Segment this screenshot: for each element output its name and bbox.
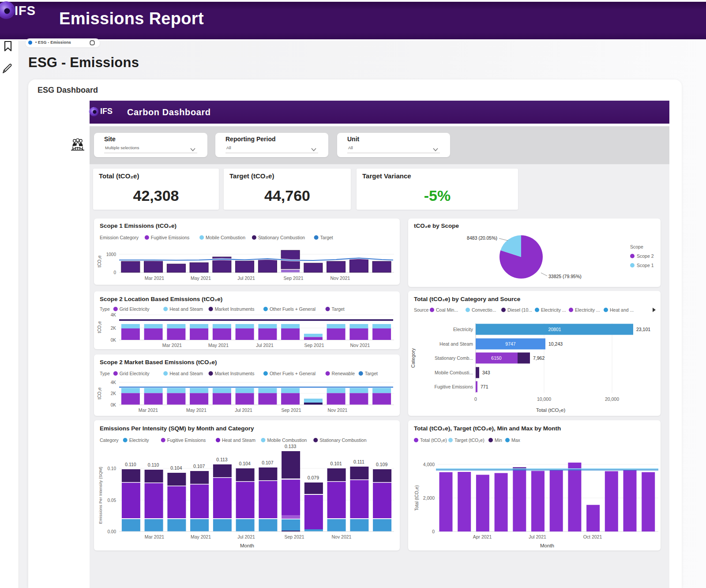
svg-text:Mobile Combustion: Mobile Combustion (206, 235, 245, 240)
svg-text:0: 0 (474, 396, 477, 402)
svg-text:23,101: 23,101 (636, 327, 650, 332)
svg-text:Grid Electricity: Grid Electricity (120, 306, 150, 312)
svg-text:Mar 2021: Mar 2021 (162, 343, 182, 348)
svg-text:Total (tCO₂e) by Category and: Total (tCO₂e) by Category and Source (414, 296, 521, 302)
svg-text:Stationary Combustion: Stationary Combustion (258, 235, 305, 240)
svg-text:10,243: 10,243 (548, 341, 563, 347)
svg-text:Stationary Comb...: Stationary Comb... (435, 355, 473, 361)
svg-text:Nov 2021: Nov 2021 (350, 343, 370, 348)
svg-text:Other Fuels + General: Other Fuels + General (270, 371, 315, 376)
svg-text:Market Instruments: Market Instruments (215, 306, 255, 312)
svg-text:0: 0 (432, 529, 435, 534)
svg-text:1000: 1000 (106, 252, 116, 257)
svg-text:Stationary Combustion: Stationary Combustion (319, 437, 366, 443)
svg-text:Scope: Scope (630, 244, 643, 249)
svg-text:20,000: 20,000 (605, 396, 619, 402)
svg-text:Total (tCO₂e), Target (tCO₂e),: Total (tCO₂e), Target (tCO₂e), Min and M… (414, 425, 561, 432)
svg-text:Target: Target (320, 235, 333, 240)
svg-text:0.110: 0.110 (125, 462, 136, 467)
svg-text:Coal Min...: Coal Min... (436, 307, 458, 313)
svg-text:Heat and Steam: Heat and Steam (222, 437, 255, 443)
svg-text:Jul 2021: Jul 2021 (237, 275, 255, 281)
svg-text:2,000: 2,000 (423, 495, 435, 501)
svg-text:0.079: 0.079 (308, 475, 319, 480)
svg-text:Mar 2021: Mar 2021 (139, 407, 158, 413)
svg-text:4,000: 4,000 (423, 462, 435, 467)
svg-text:Mobile Combustion: Mobile Combustion (267, 437, 307, 443)
svg-text:Mobile Combusti...: Mobile Combusti... (435, 370, 473, 375)
svg-text:Nov 2021: Nov 2021 (330, 275, 350, 281)
svg-text:Diesel (10...: Diesel (10... (507, 307, 532, 313)
svg-text:Heat and Steam: Heat and Steam (169, 371, 203, 376)
svg-text:Market Instruments: Market Instruments (215, 371, 255, 376)
svg-text:0.133: 0.133 (285, 444, 296, 449)
svg-text:8483 (20.05%): 8483 (20.05%) (467, 235, 497, 241)
svg-text:Sep 2021: Sep 2021 (285, 534, 304, 539)
svg-text:Oct 2021: Oct 2021 (583, 534, 602, 539)
svg-text:Jul 2021: Jul 2021 (256, 343, 274, 348)
svg-text:0K: 0K (111, 338, 116, 343)
svg-text:Target: Target (332, 306, 345, 312)
svg-text:Scope 1: Scope 1 (637, 263, 654, 268)
svg-text:Month: Month (240, 543, 254, 548)
svg-text:6150: 6150 (491, 355, 502, 361)
svg-text:Heat and ...: Heat and ... (610, 307, 634, 313)
svg-text:0.109: 0.109 (376, 462, 387, 467)
svg-text:0: 0 (113, 270, 116, 275)
svg-text:Jul 2021: Jul 2021 (235, 407, 252, 413)
svg-text:Electricity: Electricity (453, 327, 473, 332)
svg-text:Sep 2021: Sep 2021 (282, 407, 301, 413)
svg-text:May 2021: May 2021 (186, 407, 207, 413)
svg-text:0.110: 0.110 (148, 462, 159, 467)
svg-text:tCO₂e by Scope: tCO₂e by Scope (414, 222, 459, 229)
svg-text:Electricity ...: Electricity ... (541, 307, 566, 313)
svg-text:0.05: 0.05 (108, 498, 116, 503)
svg-text:Category: Category (100, 437, 119, 443)
svg-text:Jul 2021: Jul 2021 (529, 534, 546, 539)
svg-text:0.111: 0.111 (353, 459, 364, 464)
svg-text:Scope 2 Market Based Emissions: Scope 2 Market Based Emissions (tCO₂e) (100, 359, 217, 366)
svg-text:Total (tCO₂e): Total (tCO₂e) (536, 407, 566, 413)
svg-text:Total (tCO₂e): Total (tCO₂e) (414, 485, 419, 511)
svg-text:0.104: 0.104 (239, 461, 250, 466)
svg-text:Month: Month (540, 543, 554, 548)
svg-text:Sep 2021: Sep 2021 (304, 343, 324, 348)
svg-text:4K: 4K (111, 380, 116, 385)
svg-text:Target (tCO₂e): Target (tCO₂e) (454, 437, 484, 443)
svg-text:Heat and Steam: Heat and Steam (169, 306, 203, 312)
svg-text:Fugitive Emissions: Fugitive Emissions (167, 437, 206, 443)
svg-text:Emissions Per Intensity (SQM): Emissions Per Intensity (SQM) (98, 467, 103, 524)
svg-text:0K: 0K (111, 403, 116, 407)
svg-text:Category: Category (410, 348, 416, 368)
svg-text:Min: Min (495, 437, 502, 443)
svg-text:Mar 2021: Mar 2021 (145, 275, 165, 281)
svg-text:Heat and Steam: Heat and Steam (439, 341, 473, 347)
svg-text:Type: Type (100, 306, 110, 312)
svg-text:0.107: 0.107 (262, 460, 273, 465)
svg-text:7,962: 7,962 (533, 355, 545, 361)
svg-text:771: 771 (481, 384, 488, 389)
svg-text:343: 343 (482, 370, 490, 375)
svg-text:0.10: 0.10 (108, 466, 116, 471)
svg-text:Grid Electricity: Grid Electricity (120, 371, 150, 376)
svg-text:2K: 2K (111, 391, 116, 396)
svg-text:May 2021: May 2021 (191, 275, 211, 281)
svg-text:Fugitive Emissions: Fugitive Emissions (151, 235, 190, 240)
svg-text:0.107: 0.107 (193, 464, 205, 469)
svg-text:2K: 2K (111, 326, 116, 331)
svg-text:Jul 2021: Jul 2021 (237, 534, 255, 539)
svg-text:May 2021: May 2021 (191, 534, 211, 539)
svg-text:33825 (79.95%): 33825 (79.95%) (548, 274, 582, 279)
svg-text:Renewable: Renewable (332, 371, 355, 376)
svg-text:Nov 2021: Nov 2021 (328, 407, 348, 413)
svg-text:0.113: 0.113 (216, 457, 228, 462)
svg-text:Scope 1 Emissions (tCO₂e): Scope 1 Emissions (tCO₂e) (100, 222, 176, 229)
svg-text:0.101: 0.101 (330, 461, 342, 466)
svg-text:May 2021: May 2021 (208, 343, 229, 348)
svg-text:Fugitive Emissions: Fugitive Emissions (434, 384, 473, 389)
svg-text:tCO₂e: tCO₂e (97, 387, 102, 400)
svg-text:9747: 9747 (505, 341, 516, 347)
svg-text:Type: Type (100, 371, 110, 376)
svg-text:0.104: 0.104 (170, 465, 182, 471)
svg-text:Target: Target (365, 371, 378, 376)
